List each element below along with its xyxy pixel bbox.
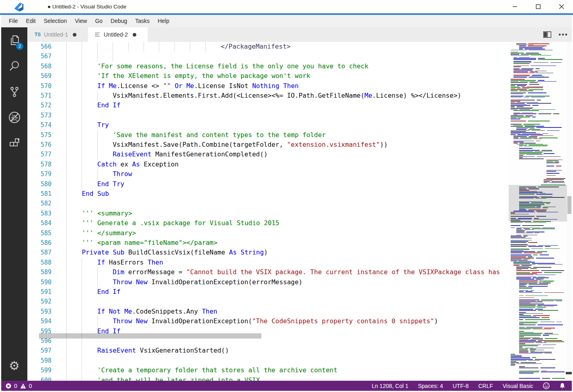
minimap-line: [520, 90, 533, 91]
code-line-577[interactable]: 577RaiseEvent ManifestGenerationComplete…: [27, 150, 509, 159]
minimap-line: [519, 378, 540, 379]
encoding[interactable]: UTF-8: [453, 383, 469, 389]
code-line-575[interactable]: 575'Save the manifest and content types …: [27, 130, 509, 140]
code-line-592[interactable]: 592: [27, 297, 509, 306]
settings-gear-icon[interactable]: ⚙: [1, 356, 27, 375]
minimap-line: [513, 66, 521, 67]
activity-source-control[interactable]: [1, 79, 27, 105]
code-line-598[interactable]: 598: [27, 356, 509, 365]
code-line-587[interactable]: 587Private Sub BuildClassicVsix(fileName…: [27, 248, 509, 257]
code-line-583[interactable]: 583''' <summary>: [27, 209, 509, 218]
minimap-line: [519, 145, 527, 146]
minimap-line: [511, 257, 526, 257]
code-line-566[interactable]: 566</PackageManifest>: [27, 42, 509, 51]
code-line-572[interactable]: 572End If: [27, 101, 509, 110]
code-line-590[interactable]: 590Throw New InvalidOperationException(e…: [27, 277, 509, 287]
indent-guide: [159, 42, 159, 51]
close-button[interactable]: [550, 0, 573, 13]
dirty-indicator[interactable]: [73, 33, 76, 37]
code-line-589[interactable]: 589Dim errorMessage = "Cannot build the …: [27, 267, 509, 277]
code-line-597[interactable]: 597RaiseEvent VsixGenerationStarted(): [27, 346, 509, 355]
minimap-line: [544, 292, 564, 293]
code-line-571[interactable]: 571VsixManifest.Elements.First.Add(<Lice…: [27, 91, 509, 101]
menu-edit[interactable]: Edit: [22, 15, 40, 27]
minimap-line: [511, 79, 525, 80]
minimap-line: [523, 235, 537, 236]
vertical-scrollbar-thumb[interactable]: [567, 196, 571, 214]
menu-file[interactable]: File: [5, 15, 22, 27]
minimap[interactable]: [509, 42, 567, 381]
more-actions-icon[interactable]: [559, 33, 567, 36]
activity-extensions[interactable]: [1, 130, 27, 156]
code-line-586[interactable]: 586''' <param name="fileName"></param>: [27, 238, 509, 248]
code-line-593[interactable]: 593If Not Me.CodeSnippets.Any Then: [27, 307, 509, 316]
code-line-585[interactable]: 585''' </summary>: [27, 228, 509, 238]
notifications-bell-icon[interactable]: [559, 383, 565, 389]
code-editor[interactable]: 566</PackageManifest>567568'For some rea…: [27, 42, 509, 381]
menu-debug[interactable]: Debug: [107, 15, 131, 27]
minimap-line: [513, 110, 539, 111]
code-line-588[interactable]: 588If HasErrors Then: [27, 258, 509, 267]
code-line-581[interactable]: 581End Sub: [27, 189, 509, 199]
cursor-position[interactable]: Ln 1208, Col 1: [372, 383, 408, 389]
indent-guide: [82, 307, 82, 316]
code-line-578[interactable]: 578Catch ex As Exception: [27, 160, 509, 169]
explorer-badge: 2: [16, 43, 23, 50]
minimap-line: [532, 357, 536, 358]
code-line-600[interactable]: 600'and that will be later zipped into a…: [27, 376, 509, 381]
minimap-line: [527, 86, 543, 87]
menu-tasks[interactable]: Tasks: [131, 15, 154, 27]
horizontal-scrollbar[interactable]: [39, 333, 261, 339]
error-icon: [6, 383, 11, 389]
minimap-line: [526, 96, 550, 96]
minimap-line: [546, 162, 553, 162]
code-line-576[interactable]: 576VsixManifest.Save(Path.Combine(target…: [27, 140, 509, 150]
code-line-599[interactable]: 599'Create a temporary folder that store…: [27, 365, 509, 375]
problems-indicator[interactable]: 0 0: [1, 383, 32, 389]
code-line-569[interactable]: 569'If the XElement is empty, the whole …: [27, 71, 509, 81]
indentation[interactable]: Spaces: 4: [418, 383, 443, 389]
minimap-viewport[interactable]: [509, 185, 567, 222]
minimap-line: [527, 103, 551, 104]
minimap-line: [513, 125, 534, 126]
code-line-591[interactable]: 591End If: [27, 287, 509, 297]
activity-debug[interactable]: [1, 105, 27, 130]
minimap-line: [517, 88, 529, 89]
minimap-line: [516, 233, 533, 234]
language-mode[interactable]: Visual Basic: [503, 383, 533, 389]
split-editor-icon[interactable]: [543, 31, 551, 38]
tab-untitled-2[interactable]: Untitled-2: [88, 27, 148, 42]
minimap-line: [519, 261, 531, 262]
code-line-594[interactable]: 594Throw New InvalidOperationException("…: [27, 316, 509, 326]
minimize-button[interactable]: [503, 0, 526, 13]
tab-untitled-1[interactable]: TSUntitled-1: [27, 27, 88, 42]
eol-sequence[interactable]: CRLF: [478, 383, 493, 389]
code-line-582[interactable]: 582: [27, 199, 509, 208]
menu-go[interactable]: Go: [91, 15, 107, 27]
code-line-584[interactable]: 584''' Generate a .vsix package for Visu…: [27, 218, 509, 228]
minimap-line: [530, 339, 543, 340]
code-line-568[interactable]: 568'For some reasons, the License field …: [27, 62, 509, 71]
dirty-indicator[interactable]: [133, 33, 136, 37]
code-line-579[interactable]: 579Throw: [27, 169, 509, 179]
code-line-567[interactable]: 567: [27, 51, 509, 61]
minimap-line: [519, 341, 542, 342]
indent-guide: [66, 81, 67, 91]
code-line-580[interactable]: 580End Try: [27, 179, 509, 189]
menu-help[interactable]: Help: [154, 15, 173, 27]
activity-explorer[interactable]: 2: [1, 27, 27, 53]
minimap-line: [511, 132, 536, 133]
indent-guide: [82, 356, 82, 365]
feedback-smiley-icon[interactable]: [543, 382, 550, 389]
minimap-line: [522, 87, 543, 88]
menu-view[interactable]: View: [71, 15, 91, 27]
minimap-line: [521, 54, 541, 55]
maximize-button[interactable]: [526, 0, 550, 13]
minimap-line: [528, 360, 540, 361]
code-line-570[interactable]: 570If Me.License <> "" Or Me.License IsN…: [27, 81, 509, 91]
code-line-574[interactable]: 574Try: [27, 120, 509, 130]
menu-selection[interactable]: Selection: [40, 15, 71, 27]
activity-search[interactable]: [1, 53, 27, 79]
line-number: 580: [27, 179, 51, 189]
code-line-573[interactable]: 573: [27, 111, 509, 120]
